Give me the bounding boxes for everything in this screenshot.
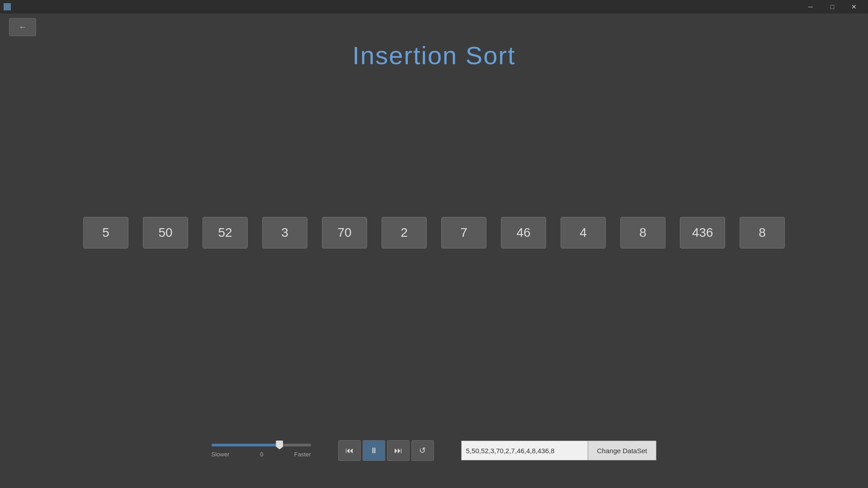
array-element: 8 [740, 217, 785, 249]
array-element: 50 [143, 217, 188, 249]
title-bar-left [4, 3, 14, 10]
pause-button[interactable]: ⏸ [363, 440, 385, 461]
back-button[interactable]: ← [9, 18, 36, 36]
controls-area: Slower 0 Faster ⏮ ⏸ ⏭ ↺ Change DataSet [0, 440, 868, 461]
playback-controls: ⏮ ⏸ ⏭ ↺ [338, 440, 434, 461]
speed-label-center: 0 [229, 451, 294, 458]
page-title: Insertion Sort [0, 41, 868, 70]
speed-label-slower: Slower [212, 451, 230, 458]
close-button[interactable]: ✕ [844, 0, 864, 14]
array-element: 3 [262, 217, 307, 249]
dataset-input[interactable] [461, 441, 588, 460]
title-bar-controls: ─ □ ✕ [800, 0, 864, 14]
app-icon [4, 3, 11, 10]
array-container: 550523702746484368 [0, 217, 868, 249]
array-element: 5 [83, 217, 128, 249]
array-element: 52 [203, 217, 248, 249]
array-element: 7 [441, 217, 486, 249]
reset-button[interactable]: ↺ [411, 440, 434, 461]
maximize-button[interactable]: □ [822, 0, 843, 14]
array-element: 2 [382, 217, 427, 249]
array-element: 436 [680, 217, 725, 249]
dataset-control: Change DataSet [461, 441, 657, 460]
array-element: 4 [561, 217, 606, 249]
array-element: 70 [322, 217, 367, 249]
speed-slider[interactable] [212, 444, 311, 446]
forward-button[interactable]: ⏭ [387, 440, 410, 461]
minimize-button[interactable]: ─ [800, 0, 821, 14]
title-bar: ─ □ ✕ [0, 0, 868, 14]
speed-labels: Slower 0 Faster [212, 451, 311, 458]
array-element: 46 [501, 217, 546, 249]
rewind-button[interactable]: ⏮ [338, 440, 361, 461]
array-element: 8 [620, 217, 665, 249]
change-dataset-button[interactable]: Change DataSet [588, 441, 657, 460]
speed-control: Slower 0 Faster [212, 444, 311, 458]
speed-label-faster: Faster [294, 451, 311, 458]
